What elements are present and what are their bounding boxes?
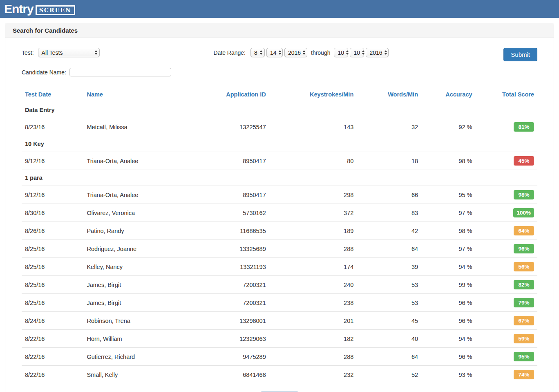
date-from-month-select[interactable]: 8 — [250, 48, 265, 57]
cell-total-score: 64% — [476, 222, 537, 240]
search-form-row-2: Candidate Name: — [22, 68, 537, 76]
cell-application-id: 7200321 — [181, 276, 269, 294]
cell-date: 8/25/16 — [22, 294, 83, 312]
total-score-badge: 56% — [514, 262, 534, 271]
test-group-row: Data Entry — [22, 102, 537, 118]
results-table-header-row: Test Date Name Application ID Keystrokes… — [22, 87, 537, 102]
candidate-row: 8/22/16Small, Kelly68414682325293 %74% — [22, 366, 537, 384]
cell-total-score: 67% — [476, 312, 537, 330]
cell-application-id: 7200321 — [181, 294, 269, 312]
cell-application-id: 6841468 — [181, 366, 269, 384]
cell-date: 8/26/16 — [22, 222, 83, 240]
cell-keystrokes-per-min: 182 — [269, 330, 357, 348]
cell-keystrokes-per-min: 372 — [269, 204, 357, 222]
date-range-label: Date Range: — [213, 49, 246, 56]
cell-application-id: 13321193 — [181, 258, 269, 276]
cell-total-score: 79% — [476, 294, 537, 312]
date-to-month-select[interactable]: 10 — [334, 48, 348, 57]
column-header-name[interactable]: Name — [83, 87, 181, 102]
cell-accuracy: 99 % — [421, 276, 476, 294]
total-score-badge: 98% — [514, 190, 534, 199]
cell-total-score: 98% — [476, 186, 537, 204]
total-score-badge: 79% — [514, 298, 534, 307]
cell-application-id: 8950417 — [181, 152, 269, 170]
date-to-day-value: 10 — [353, 49, 360, 56]
total-score-badge: 45% — [514, 156, 534, 166]
date-from-day-select[interactable]: 14 — [266, 48, 283, 57]
date-to-day-select[interactable]: 10 — [350, 48, 364, 57]
candidate-name-input[interactable] — [69, 68, 171, 76]
column-header-accuracy[interactable]: Accuracy — [421, 87, 476, 102]
cell-words-per-min: 32 — [357, 118, 421, 136]
column-header-keystrokes[interactable]: Keystrokes/Min — [269, 87, 357, 102]
select-stepper-icon — [385, 50, 387, 55]
date-from-day-value: 14 — [270, 49, 277, 56]
cell-total-score: 45% — [476, 152, 537, 170]
cell-accuracy: 95 % — [421, 186, 476, 204]
cell-application-id: 5730162 — [181, 204, 269, 222]
date-from-year-value: 2016 — [288, 49, 301, 56]
brand-entry-text: Entry — [4, 2, 34, 16]
cell-date: 9/12/16 — [22, 152, 83, 170]
brand-screen-text: SCREEN — [36, 5, 75, 15]
date-from-year-select[interactable]: 2016 — [284, 48, 307, 57]
date-from-month-value: 8 — [254, 49, 257, 56]
cell-words-per-min: 66 — [357, 186, 421, 204]
candidate-row: 8/30/16Olivarez, Veronica57301623728397 … — [22, 204, 537, 222]
total-score-badge: 59% — [514, 334, 534, 343]
date-range-group: Date Range: 8 14 2016 through 10 — [213, 48, 389, 57]
cell-words-per-min: 53 — [357, 276, 421, 294]
select-stepper-icon — [303, 50, 305, 55]
candidate-row: 8/25/16Kelley, Nancy133211931743994 %56% — [22, 258, 537, 276]
cell-name: Small, Kelly — [83, 366, 181, 384]
select-stepper-icon — [260, 50, 262, 55]
candidate-name-label: Candidate Name: — [22, 69, 66, 76]
cell-keystrokes-per-min: 189 — [269, 222, 357, 240]
date-to-year-value: 2016 — [369, 49, 382, 56]
cell-keystrokes-per-min: 80 — [269, 152, 357, 170]
cell-keystrokes-per-min: 288 — [269, 240, 357, 258]
test-group-label: 1 para — [22, 170, 537, 186]
panel-body: Test: All Tests Date Range: 8 14 2016 — [5, 38, 554, 392]
total-score-badge: 96% — [514, 244, 534, 253]
cell-words-per-min: 83 — [357, 204, 421, 222]
column-header-test-date[interactable]: Test Date — [22, 87, 83, 102]
cell-accuracy: 96 % — [421, 312, 476, 330]
candidate-row: 8/23/16Metcalf, Milissa132255471433292 %… — [22, 118, 537, 136]
candidate-row: 9/12/16Triana-Orta, Analee89504172986695… — [22, 186, 537, 204]
total-score-badge: 74% — [514, 370, 534, 379]
test-select[interactable]: All Tests — [38, 48, 100, 57]
export-section: Export — [22, 383, 537, 392]
cell-words-per-min: 64 — [357, 348, 421, 366]
cell-total-score: 82% — [476, 276, 537, 294]
date-to-month-value: 10 — [338, 49, 344, 56]
total-score-badge: 95% — [514, 352, 534, 361]
cell-words-per-min: 53 — [357, 294, 421, 312]
date-to-year-select[interactable]: 2016 — [366, 48, 389, 57]
select-stepper-icon — [362, 50, 364, 55]
cell-keystrokes-per-min: 143 — [269, 118, 357, 136]
column-header-words-min[interactable]: Words/Min — [357, 87, 421, 102]
cell-date: 8/22/16 — [22, 366, 83, 384]
cell-accuracy: 94 % — [421, 330, 476, 348]
cell-keystrokes-per-min: 238 — [269, 294, 357, 312]
column-header-total-score[interactable]: Total Score — [476, 87, 537, 102]
candidate-row: 8/25/16James, Birgit72003212405399 %82% — [22, 276, 537, 294]
cell-application-id: 9475289 — [181, 348, 269, 366]
cell-date: 9/12/16 — [22, 186, 83, 204]
cell-words-per-min: 18 — [357, 152, 421, 170]
app-header: Entry SCREEN — [0, 0, 559, 18]
column-header-application-id[interactable]: Application ID — [181, 87, 269, 102]
cell-words-per-min: 40 — [357, 330, 421, 348]
cell-name: Patino, Randy — [83, 222, 181, 240]
cell-date: 8/25/16 — [22, 258, 83, 276]
cell-name: Triana-Orta, Analee — [83, 186, 181, 204]
cell-date: 8/25/16 — [22, 240, 83, 258]
cell-date: 8/22/16 — [22, 330, 83, 348]
cell-accuracy: 97 % — [421, 240, 476, 258]
cell-date: 8/24/16 — [22, 312, 83, 330]
submit-button[interactable]: Submit — [503, 48, 537, 61]
cell-total-score: 56% — [476, 258, 537, 276]
test-group-row: 10 Key — [22, 136, 537, 152]
cell-words-per-min: 64 — [357, 240, 421, 258]
